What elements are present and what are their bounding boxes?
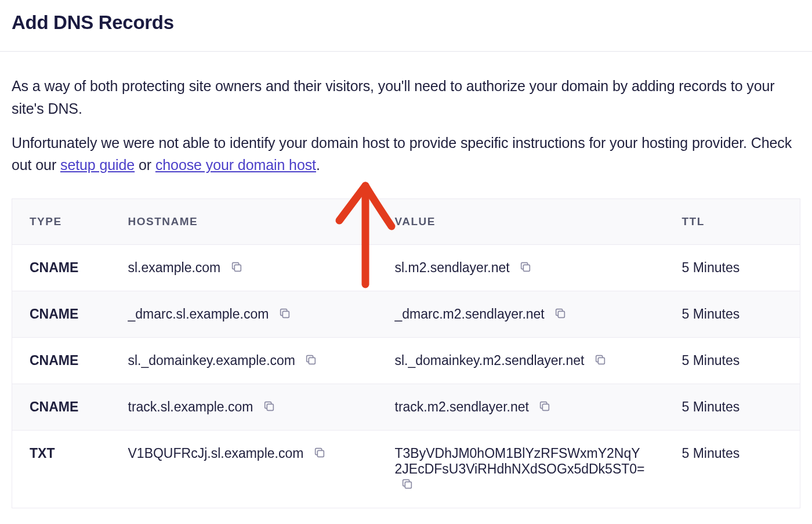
hostname-text: V1BQUFRcJj.sl.example.com bbox=[128, 446, 304, 461]
cell-ttl: 5 Minutes bbox=[665, 338, 800, 384]
header-value: VALUE bbox=[378, 199, 665, 245]
hostname-text: sl.example.com bbox=[128, 260, 221, 275]
cell-hostname: track.sl.example.com bbox=[111, 384, 378, 431]
svg-rect-9 bbox=[405, 482, 411, 488]
svg-rect-5 bbox=[598, 357, 604, 364]
hostname-text: sl._domainkey.example.com bbox=[128, 353, 295, 368]
copy-icon[interactable] bbox=[304, 353, 317, 366]
header-ttl: TTL bbox=[665, 199, 800, 245]
table-header-row: TYPE HOSTNAME VALUE TTL bbox=[12, 199, 800, 245]
cell-ttl: 5 Minutes bbox=[665, 384, 800, 431]
cell-value: sl._domainkey.m2.sendlayer.net bbox=[378, 338, 665, 384]
cell-type: CNAME bbox=[12, 291, 111, 338]
svg-rect-8 bbox=[317, 450, 324, 457]
table-row: CNAME _dmarc.sl.example.com _dmarc.m2.se… bbox=[12, 291, 800, 338]
intro-paragraph-2: Unfortunately we were not able to identi… bbox=[12, 132, 800, 177]
cell-ttl: 5 Minutes bbox=[665, 431, 800, 508]
copy-icon[interactable] bbox=[263, 400, 276, 413]
svg-rect-2 bbox=[282, 311, 289, 317]
svg-rect-1 bbox=[523, 265, 530, 271]
value-text: sl._domainkey.m2.sendlayer.net bbox=[395, 353, 585, 368]
setup-guide-link[interactable]: setup guide bbox=[60, 157, 135, 173]
intro-text-mid: or bbox=[135, 157, 155, 173]
cell-hostname: sl.example.com bbox=[111, 245, 378, 291]
svg-rect-6 bbox=[267, 404, 273, 410]
cell-type: CNAME bbox=[12, 338, 111, 384]
value-text: T3ByVDhJM0hOM1BlYzRFSWxmY2NqY2JEcDFsU3Vi… bbox=[395, 446, 645, 476]
dns-records-table: TYPE HOSTNAME VALUE TTL CNAME sl.example… bbox=[12, 198, 800, 508]
page-title: Add DNS Records bbox=[12, 12, 800, 34]
svg-rect-7 bbox=[543, 404, 549, 410]
intro-paragraph-1: As a way of both protecting site owners … bbox=[12, 75, 800, 120]
value-text: sl.m2.sendlayer.net bbox=[395, 260, 510, 275]
value-text: track.m2.sendlayer.net bbox=[395, 399, 529, 414]
copy-icon[interactable] bbox=[278, 307, 291, 320]
copy-icon[interactable] bbox=[519, 261, 532, 273]
svg-rect-4 bbox=[309, 357, 316, 364]
cell-ttl: 5 Minutes bbox=[665, 245, 800, 291]
cell-type: TXT bbox=[12, 431, 111, 508]
cell-value: track.m2.sendlayer.net bbox=[378, 384, 665, 431]
table-row: TXT V1BQUFRcJj.sl.example.com T3ByVDhJM0… bbox=[12, 431, 800, 508]
copy-icon[interactable] bbox=[230, 261, 243, 273]
cell-value: _dmarc.m2.sendlayer.net bbox=[378, 291, 665, 338]
section-divider bbox=[0, 51, 812, 52]
copy-icon[interactable] bbox=[401, 478, 414, 490]
hostname-text: _dmarc.sl.example.com bbox=[128, 306, 269, 321]
cell-value: sl.m2.sendlayer.net bbox=[378, 245, 665, 291]
hostname-text: track.sl.example.com bbox=[128, 399, 253, 414]
table-row: CNAME track.sl.example.com track.m2.send… bbox=[12, 384, 800, 431]
copy-icon[interactable] bbox=[554, 307, 567, 320]
cell-hostname: _dmarc.sl.example.com bbox=[111, 291, 378, 338]
choose-domain-host-link[interactable]: choose your domain host bbox=[155, 157, 316, 173]
copy-icon[interactable] bbox=[313, 446, 326, 459]
svg-rect-0 bbox=[234, 265, 241, 271]
cell-value: T3ByVDhJM0hOM1BlYzRFSWxmY2NqY2JEcDFsU3Vi… bbox=[378, 431, 665, 508]
svg-rect-3 bbox=[558, 311, 564, 317]
cell-ttl: 5 Minutes bbox=[665, 291, 800, 338]
cell-hostname: sl._domainkey.example.com bbox=[111, 338, 378, 384]
cell-type: CNAME bbox=[12, 384, 111, 431]
header-hostname: HOSTNAME bbox=[111, 199, 378, 245]
cell-hostname: V1BQUFRcJj.sl.example.com bbox=[111, 431, 378, 508]
cell-type: CNAME bbox=[12, 245, 111, 291]
copy-icon[interactable] bbox=[538, 400, 551, 413]
table-row: CNAME sl.example.com sl.m2.sendlayer.net… bbox=[12, 245, 800, 291]
intro-text-post: . bbox=[316, 157, 320, 173]
table-row: CNAME sl._domainkey.example.com sl._doma… bbox=[12, 338, 800, 384]
value-text: _dmarc.m2.sendlayer.net bbox=[395, 306, 545, 321]
header-type: TYPE bbox=[12, 199, 111, 245]
copy-icon[interactable] bbox=[594, 353, 607, 366]
